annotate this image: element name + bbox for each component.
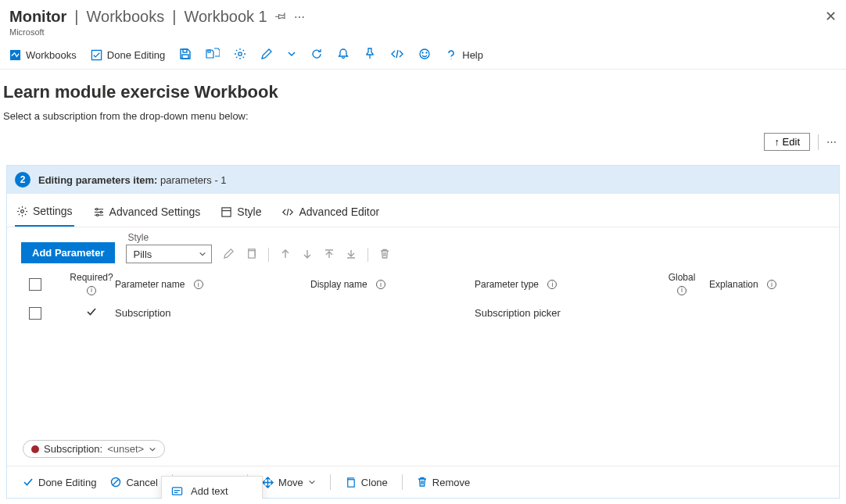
pin-toolbar-icon[interactable] — [364, 48, 376, 63]
svg-rect-17 — [348, 479, 354, 486]
panel-tabs: Settings Advanced Settings Style Advance… — [7, 194, 839, 227]
more-icon[interactable]: ⋯ — [294, 11, 305, 23]
svg-point-9 — [426, 52, 427, 53]
info-icon[interactable]: i — [767, 280, 776, 289]
svg-point-7 — [420, 49, 429, 59]
alert-icon[interactable] — [337, 48, 350, 63]
delete-row-icon[interactable] — [379, 248, 390, 262]
subscription-pill[interactable]: Subscription: <unset> — [23, 440, 165, 458]
breadcrumb-leaf[interactable]: Workbook 1 — [184, 8, 267, 26]
refresh-icon[interactable] — [310, 48, 323, 63]
row-toolbar — [223, 248, 390, 263]
remove-button[interactable]: Remove — [412, 475, 475, 490]
info-icon[interactable]: i — [677, 286, 686, 295]
svg-rect-2 — [91, 50, 101, 59]
command-bar: Workbooks Done Editing Help — [0, 41, 846, 70]
settings-gear-icon[interactable] — [234, 48, 246, 63]
svg-point-6 — [238, 52, 242, 55]
help-button[interactable]: Help — [445, 49, 483, 62]
error-dot-icon — [31, 445, 39, 453]
breadcrumb: Monitor | Workbooks | Workbook 1 ⋯ — [9, 8, 837, 26]
col-param-name: Parameter name i — [115, 279, 310, 290]
tab-settings[interactable]: Settings — [15, 200, 74, 227]
col-explanation: Explanation i — [709, 279, 834, 290]
panel-header: 2 Editing parameters item: parameters - … — [7, 166, 839, 194]
step-number: 2 — [15, 172, 30, 188]
arrow-up-icon[interactable] — [280, 248, 291, 262]
edit-button[interactable]: ↑ Edit — [764, 133, 810, 151]
parameters-panel: 2 Editing parameters item: parameters - … — [6, 165, 840, 499]
tab-style[interactable]: Style — [219, 200, 263, 227]
chevron-down-icon — [149, 445, 156, 453]
workbooks-button[interactable]: Workbooks — [9, 49, 77, 61]
cancel-button[interactable]: Cancel — [106, 475, 162, 490]
svg-rect-15 — [249, 251, 255, 258]
done-editing-bottom[interactable]: Done Editing — [18, 475, 101, 490]
select-all-checkbox[interactable] — [29, 278, 41, 291]
arrow-top-icon[interactable] — [324, 248, 335, 262]
feedback-icon[interactable] — [418, 48, 431, 63]
svg-rect-14 — [222, 207, 231, 216]
panel-heading-prefix: Editing parameters item: — [38, 174, 157, 186]
info-icon[interactable]: i — [547, 280, 557, 289]
edit-row-icon[interactable] — [223, 248, 235, 262]
add-menu: Add text Add parameters Add links/tabs A… — [161, 476, 263, 499]
col-display-name: Display name i — [310, 279, 475, 290]
info-icon[interactable]: i — [376, 280, 385, 289]
info-icon[interactable]: i — [87, 286, 96, 295]
save-icon[interactable] — [179, 48, 192, 63]
col-param-type: Parameter type i — [475, 279, 654, 290]
done-editing-button[interactable]: Done Editing — [91, 49, 165, 61]
page-title: Learn module exercise Workbook — [3, 82, 837, 102]
breadcrumb-mid[interactable]: Workbooks — [87, 8, 165, 26]
page-header: Monitor | Workbooks | Workbook 1 ⋯ Micro… — [0, 0, 846, 41]
required-check-icon — [68, 306, 115, 320]
svg-point-10 — [21, 209, 24, 213]
style-row: Add Parameter Style Pills — [7, 227, 839, 265]
col-global: Globali — [654, 273, 709, 295]
save-as-icon[interactable] — [206, 48, 220, 63]
close-icon[interactable]: ✕ — [825, 8, 837, 25]
tab-advanced-settings[interactable]: Advanced Settings — [91, 200, 203, 227]
more-dots-icon[interactable]: ⋯ — [826, 136, 837, 148]
svg-point-12 — [100, 211, 102, 213]
bottom-bar: Done Editing Cancel Add Move Clone Remov… — [7, 466, 839, 498]
arrow-bottom-icon[interactable] — [346, 248, 357, 262]
add-parameter-button[interactable]: Add Parameter — [21, 242, 115, 263]
content-area: 2 Editing parameters item: parameters - … — [0, 165, 846, 499]
edit-pencil-icon[interactable] — [260, 48, 273, 63]
svg-rect-4 — [182, 55, 188, 59]
style-label: Style — [126, 232, 212, 243]
svg-rect-3 — [183, 49, 187, 52]
tenant-label: Microsoft — [9, 27, 837, 37]
menu-add-text[interactable]: Add text — [162, 480, 262, 499]
breadcrumb-root[interactable]: Monitor — [9, 8, 66, 26]
page-subtext: Select a subscription from the drop-down… — [3, 110, 837, 122]
svg-point-8 — [422, 52, 423, 53]
tab-advanced-editor[interactable]: Advanced Editor — [280, 200, 381, 227]
panel-heading-item: parameters - 1 — [160, 174, 227, 186]
clone-button[interactable]: Clone — [340, 475, 393, 490]
copy-row-icon[interactable] — [246, 248, 257, 262]
table-row[interactable]: Subscription Subscription picker — [7, 303, 839, 323]
row-param-type: Subscription picker — [475, 307, 654, 319]
move-button[interactable]: Move — [257, 475, 321, 490]
svg-point-13 — [96, 214, 98, 216]
svg-rect-5 — [208, 50, 210, 52]
row-checkbox[interactable] — [29, 307, 41, 320]
chevron-down-icon[interactable] — [287, 49, 296, 61]
edit-bar: ↑ Edit ⋯ — [0, 128, 846, 165]
svg-rect-18 — [172, 488, 181, 495]
code-icon[interactable] — [390, 48, 404, 62]
grid-header: Required?i Parameter name i Display name… — [7, 265, 839, 303]
arrow-down-icon[interactable] — [302, 248, 313, 262]
col-required: Required?i — [68, 273, 115, 295]
info-icon[interactable]: i — [194, 280, 203, 289]
pin-icon[interactable] — [275, 10, 286, 23]
style-select[interactable]: Pills — [126, 245, 212, 263]
svg-point-11 — [95, 208, 97, 209]
row-param-name: Subscription — [115, 307, 310, 319]
